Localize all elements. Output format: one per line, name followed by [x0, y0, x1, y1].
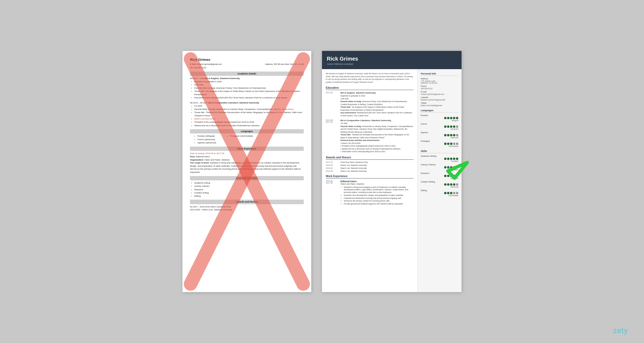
left-skills-list: Academic writing Literary criticism Rese…	[194, 181, 304, 197]
left-awards-header: Awards and Honors	[190, 200, 304, 204]
left-edu-1-bullets: Expected to graduate in 2018 3.95 GPA Fa…	[194, 80, 304, 99]
left-edu-2-bullets: 3.9 GPA Favorite fields of study: Introd…	[194, 105, 304, 127]
right-edu-2: 2013-08 -2017-06 BA in Comparative Litar…	[326, 119, 414, 153]
linkedin-label: LinkedIn	[421, 96, 458, 99]
right-awards-section: Awards and Honors 2017-02 2016 Drue Hein…	[326, 156, 414, 172]
right-work-entry: 2015-06 -2017-09 Editorial Intern Faber …	[326, 180, 414, 206]
left-edu-2: 08.2013 – 06.2017 BA in Comparative Lite…	[190, 101, 304, 127]
linkedin-value: linkedin.com/in/rickygrimes93	[421, 99, 458, 101]
left-skills-header: Hard and Soft Skills	[190, 176, 304, 180]
left-work-block: Date of Joining: 2015-06 to 2017-09 Post…	[190, 152, 304, 174]
left-tel: Tel: 202-555-0115	[190, 66, 304, 69]
phone-label: Phone	[421, 85, 458, 87]
lang-portugese: Portugese Intermediate	[421, 140, 458, 147]
zety-logo: zety	[613, 326, 628, 335]
twitter-value: twitter.com/rickylillygrimes	[421, 105, 458, 106]
right-body: MA Student in English at Stanford Univer…	[322, 69, 462, 292]
left-academic-header: Academic Details	[190, 72, 304, 76]
work-title: Work Experience	[326, 175, 414, 178]
right-work-section: Work Experience 2015-06 -2017-09 Editori…	[326, 175, 414, 206]
left-edu-1: 09.2017 – now MA in English, Stanford Un…	[190, 77, 304, 99]
right-main: MA Student in English at Stanford Univer…	[322, 69, 417, 292]
work-bullets: Assisted in hiring and managing a pool o…	[344, 186, 414, 206]
awards-title: Awards and Honors	[326, 156, 414, 160]
good-resume: Rick Grimes Junior Editorial Assistant M…	[322, 51, 462, 292]
lang-spanish: Spanish Advanced	[421, 131, 458, 139]
right-name: Rick Grimes	[327, 56, 457, 62]
skills-title: Skills	[421, 150, 458, 153]
bad-resume-container: Rick Grimes E-Mail: richard.f.grimes@gma…	[182, 51, 311, 292]
languages-title: Languages	[421, 109, 458, 113]
right-header: Rick Grimes Junior Editorial Assistant	[322, 51, 462, 69]
left-email: E-Mail: richard.f.grimes@gmail.com	[190, 63, 222, 66]
email-label: E-mail	[421, 91, 458, 93]
left-lang-col1: Russian (bilingual) French (advanced) Sp…	[194, 135, 216, 144]
lang-russian: Russian Bilingual	[421, 114, 458, 121]
left-lang-col2: Portugese (intermediate)	[227, 135, 253, 144]
address-label: Address	[421, 77, 458, 80]
award-3: 2015-06 Dean's List, Stanford University	[326, 167, 414, 169]
left-lang-cols: Russian (bilingual) French (advanced) Sp…	[194, 135, 304, 144]
education-title: Education	[326, 86, 414, 90]
left-awards-list: 02.2017 - 2016 Drue Heinz Literature Pri…	[190, 205, 304, 211]
left-name: Rick Grimes	[190, 57, 304, 62]
bad-resume: Rick Grimes E-Mail: richard.f.grimes@gma…	[182, 51, 311, 292]
left-contact-row: E-Mail: richard.f.grimes@gmail.com Addre…	[190, 63, 304, 66]
left-work-header: Work Experience	[190, 147, 304, 151]
green-checkmark	[445, 159, 470, 184]
phone-value: 202-555-0115	[421, 88, 458, 90]
right-title: Junior Editorial Assistant	[327, 63, 457, 65]
svg-marker-2	[448, 163, 467, 178]
award-1: 2017-02 2016 Drue Heinz Literature Prize	[326, 161, 414, 163]
right-edu-1: 2017-09 MA in English, Stanford Universi…	[326, 92, 414, 117]
personal-info-title: Personal Info	[421, 72, 458, 76]
right-education-section: Education 2017-09 MA in English, Stanfor…	[326, 86, 414, 153]
email-value: richard.f.grimes@gmail.com	[421, 93, 458, 95]
address-value: 7 W. Adams LaneStanford, CA 94116	[421, 80, 458, 84]
left-lang-header: Languages	[190, 129, 304, 133]
summary: MA Student in English at Stanford Univer…	[326, 72, 414, 84]
resume-comparison: Rick Grimes E-Mail: richard.f.grimes@gma…	[182, 51, 462, 292]
left-address: Address: 350 5th Ave New York, NY, 10118	[265, 63, 304, 66]
award-4: 2014-06 Dean's List, Stanford University	[326, 170, 414, 172]
skill-editing: Editing Intermediate	[421, 189, 458, 196]
lang-french: French Advanced	[421, 123, 458, 130]
award-2: 2016-06 Dean's List, Stanford University	[326, 164, 414, 166]
twitter-label: Twitter	[421, 102, 458, 104]
good-resume-container: Rick Grimes Junior Editorial Assistant M…	[322, 51, 462, 292]
